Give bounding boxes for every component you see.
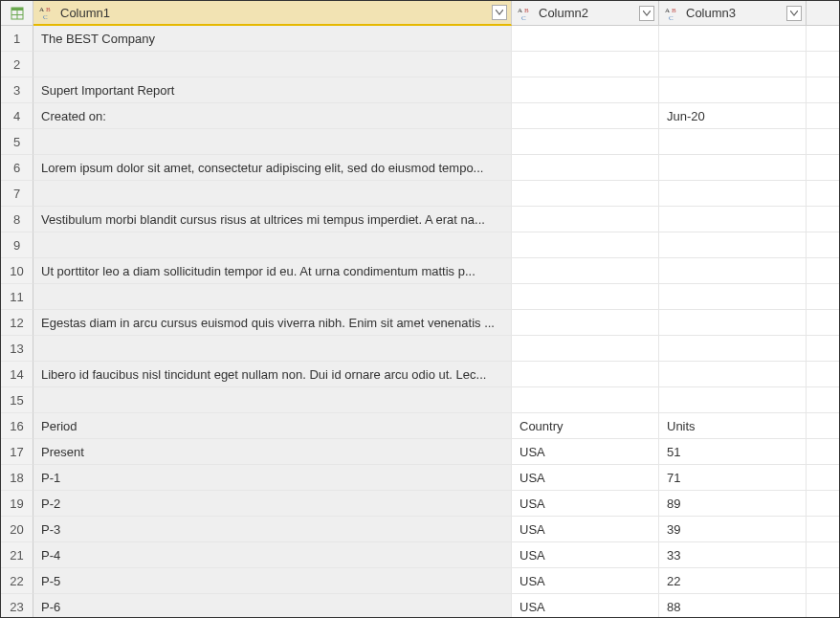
text-type-icon[interactable]: ABC bbox=[39, 4, 56, 21]
cell[interactable]: USA bbox=[512, 517, 659, 542]
row-number[interactable]: 16 bbox=[1, 413, 33, 439]
cell[interactable]: Created on: bbox=[33, 103, 512, 129]
cell[interactable] bbox=[512, 181, 659, 207]
text-type-icon[interactable]: ABC bbox=[518, 5, 535, 22]
cell[interactable]: P-2 bbox=[33, 491, 512, 517]
row-number[interactable]: 19 bbox=[1, 491, 33, 517]
cell[interactable] bbox=[512, 26, 659, 52]
row-number[interactable]: 4 bbox=[1, 103, 33, 129]
cell[interactable] bbox=[659, 77, 807, 103]
row-number[interactable]: 10 bbox=[1, 258, 33, 284]
cell[interactable] bbox=[659, 26, 807, 52]
cell[interactable]: USA bbox=[512, 542, 659, 568]
cell[interactable] bbox=[659, 129, 807, 155]
cell[interactable]: Units bbox=[659, 413, 807, 439]
cell[interactable]: P-5 bbox=[33, 568, 512, 594]
cell[interactable] bbox=[659, 258, 807, 284]
cell[interactable] bbox=[33, 387, 512, 413]
cell[interactable]: Supert Important Report bbox=[33, 77, 512, 103]
column-header-3[interactable]: ABCColumn3 bbox=[659, 1, 807, 26]
cell[interactable] bbox=[33, 52, 512, 77]
cell[interactable] bbox=[512, 103, 659, 129]
cell[interactable] bbox=[512, 155, 659, 181]
column-header-2[interactable]: ABCColumn2 bbox=[512, 1, 659, 26]
cell[interactable]: 33 bbox=[659, 542, 807, 568]
column-filter-button[interactable] bbox=[492, 5, 507, 20]
row-number[interactable]: 12 bbox=[1, 310, 33, 336]
cell[interactable] bbox=[512, 207, 659, 232]
column-header-1[interactable]: ABCColumn1 bbox=[33, 1, 512, 26]
cell[interactable] bbox=[512, 310, 659, 336]
cell[interactable] bbox=[659, 310, 807, 336]
cell[interactable]: Present bbox=[33, 439, 512, 465]
cell[interactable] bbox=[33, 232, 512, 258]
cell[interactable]: Period bbox=[33, 413, 512, 439]
row-number[interactable]: 21 bbox=[1, 542, 33, 568]
row-number[interactable]: 13 bbox=[1, 336, 33, 362]
text-type-icon[interactable]: ABC bbox=[665, 5, 682, 22]
row-number[interactable]: 22 bbox=[1, 568, 33, 594]
column-filter-button[interactable] bbox=[639, 6, 654, 21]
cell[interactable]: 88 bbox=[659, 594, 807, 618]
select-all-corner[interactable] bbox=[1, 1, 33, 26]
cell[interactable]: USA bbox=[512, 594, 659, 618]
cell[interactable]: 51 bbox=[659, 439, 807, 465]
cell[interactable]: 39 bbox=[659, 517, 807, 542]
cell[interactable] bbox=[512, 232, 659, 258]
row-number[interactable]: 11 bbox=[1, 284, 33, 310]
row-number[interactable]: 8 bbox=[1, 207, 33, 232]
cell[interactable]: 89 bbox=[659, 491, 807, 517]
cell[interactable]: USA bbox=[512, 465, 659, 491]
cell[interactable]: P-3 bbox=[33, 517, 512, 542]
cell[interactable]: Jun-20 bbox=[659, 103, 807, 129]
cell[interactable] bbox=[512, 129, 659, 155]
cell[interactable] bbox=[33, 284, 512, 310]
cell[interactable]: Country bbox=[512, 413, 659, 439]
cell[interactable] bbox=[659, 284, 807, 310]
row-number[interactable]: 1 bbox=[1, 26, 33, 52]
row-number[interactable]: 5 bbox=[1, 129, 33, 155]
row-number[interactable]: 15 bbox=[1, 387, 33, 413]
cell[interactable] bbox=[512, 258, 659, 284]
cell[interactable] bbox=[659, 207, 807, 232]
cell[interactable] bbox=[512, 284, 659, 310]
cell[interactable]: USA bbox=[512, 491, 659, 517]
cell[interactable] bbox=[659, 387, 807, 413]
cell[interactable]: USA bbox=[512, 439, 659, 465]
cell[interactable]: Libero id faucibus nisl tincidunt eget n… bbox=[33, 362, 512, 387]
row-number[interactable]: 2 bbox=[1, 52, 33, 77]
row-number[interactable]: 20 bbox=[1, 517, 33, 542]
row-number[interactable]: 14 bbox=[1, 362, 33, 387]
cell[interactable]: 71 bbox=[659, 465, 807, 491]
cell[interactable] bbox=[512, 52, 659, 77]
cell[interactable] bbox=[33, 129, 512, 155]
row-number[interactable]: 9 bbox=[1, 232, 33, 258]
cell[interactable]: The BEST Company bbox=[33, 26, 512, 52]
cell[interactable] bbox=[659, 155, 807, 181]
cell[interactable] bbox=[659, 52, 807, 77]
row-number[interactable]: 23 bbox=[1, 594, 33, 618]
cell[interactable] bbox=[512, 387, 659, 413]
row-number[interactable]: 18 bbox=[1, 465, 33, 491]
cell[interactable]: P-1 bbox=[33, 465, 512, 491]
cell[interactable]: 22 bbox=[659, 568, 807, 594]
cell[interactable]: Egestas diam in arcu cursus euismod quis… bbox=[33, 310, 512, 336]
cell[interactable] bbox=[512, 336, 659, 362]
row-number[interactable]: 3 bbox=[1, 77, 33, 103]
row-number[interactable]: 6 bbox=[1, 155, 33, 181]
row-number[interactable]: 7 bbox=[1, 181, 33, 207]
cell[interactable] bbox=[659, 336, 807, 362]
cell[interactable]: P-6 bbox=[33, 594, 512, 618]
cell[interactable]: Lorem ipsum dolor sit amet, consectetur … bbox=[33, 155, 512, 181]
cell[interactable] bbox=[33, 181, 512, 207]
cell[interactable]: Vestibulum morbi blandit cursus risus at… bbox=[33, 207, 512, 232]
cell[interactable] bbox=[659, 232, 807, 258]
cell[interactable] bbox=[512, 77, 659, 103]
cell[interactable]: USA bbox=[512, 568, 659, 594]
cell[interactable] bbox=[512, 362, 659, 387]
column-filter-button[interactable] bbox=[786, 6, 802, 21]
cell[interactable] bbox=[659, 362, 807, 387]
cell[interactable] bbox=[659, 181, 807, 207]
cell[interactable] bbox=[33, 336, 512, 362]
cell[interactable]: Ut porttitor leo a diam sollicitudin tem… bbox=[33, 258, 512, 284]
